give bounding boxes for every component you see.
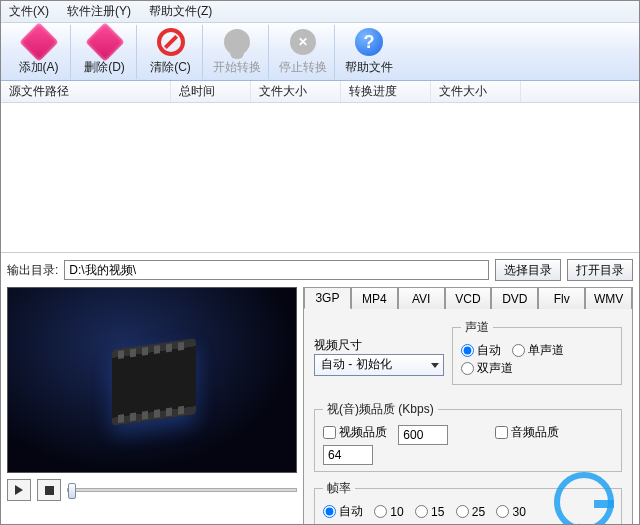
fps-auto[interactable]: 自动 — [323, 503, 363, 520]
col-total-time[interactable]: 总时间 — [171, 81, 251, 102]
delete-button[interactable]: 删除(D) — [73, 25, 137, 79]
tab-3gp[interactable]: 3GP — [304, 287, 351, 309]
add-icon — [19, 22, 59, 62]
start-label: 开始转换 — [213, 59, 261, 76]
channel-legend: 声道 — [461, 319, 493, 336]
video-quality-check[interactable]: 视频品质 — [323, 424, 387, 441]
play-button[interactable] — [7, 479, 31, 501]
output-dir-label: 输出目录: — [7, 262, 58, 279]
help-label: 帮助文件 — [345, 59, 393, 76]
seek-slider[interactable] — [67, 488, 297, 492]
add-button[interactable]: 添加(A) — [7, 25, 71, 79]
clear-button[interactable]: 清除(C) — [139, 25, 203, 79]
add-label: 添加(A) — [19, 59, 59, 76]
format-tabs: 3GP MP4 AVI VCD DVD Flv WMV — [304, 287, 632, 309]
delete-icon — [85, 22, 125, 62]
audio-quality-check[interactable]: 音频品质 — [495, 424, 559, 441]
stop-label: 停止转换 — [279, 59, 327, 76]
video-size-select[interactable]: 自动 - 初始化 — [314, 354, 444, 376]
tab-wmv[interactable]: WMV — [585, 287, 632, 309]
col-progress[interactable]: 转换进度 — [341, 81, 431, 102]
col-source[interactable]: 源文件路径 — [1, 81, 171, 102]
video-quality-input[interactable] — [398, 425, 448, 445]
tab-vcd[interactable]: VCD — [445, 287, 492, 309]
stop-button[interactable] — [37, 479, 61, 501]
watermark-icon — [554, 472, 614, 525]
stop-icon — [45, 486, 54, 495]
choose-dir-button[interactable]: 选择目录 — [495, 259, 561, 281]
clear-icon — [157, 28, 185, 56]
menu-register[interactable]: 软件注册(Y) — [67, 3, 131, 20]
film-icon — [112, 338, 196, 426]
start-convert-button: 开始转换 — [205, 25, 269, 79]
delete-label: 删除(D) — [84, 59, 125, 76]
open-dir-button[interactable]: 打开目录 — [567, 259, 633, 281]
stop-icon: ✕ — [290, 29, 316, 55]
menu-help[interactable]: 帮助文件(Z) — [149, 3, 212, 20]
stop-convert-button: ✕停止转换 — [271, 25, 335, 79]
fps-25[interactable]: 25 — [456, 505, 485, 519]
channel-mono[interactable]: 单声道 — [512, 342, 564, 359]
play-icon — [15, 485, 23, 495]
slider-thumb[interactable] — [68, 483, 76, 499]
file-list-header: 源文件路径 总时间 文件大小 转换进度 文件大小 — [1, 81, 639, 103]
fps-legend: 帧率 — [323, 480, 355, 497]
fps-15[interactable]: 15 — [415, 505, 444, 519]
help-icon: ? — [355, 28, 383, 56]
col-size2[interactable]: 文件大小 — [431, 81, 521, 102]
video-size-value: 自动 - 初始化 — [321, 356, 392, 373]
tab-avi[interactable]: AVI — [398, 287, 445, 309]
tab-dvd[interactable]: DVD — [491, 287, 538, 309]
tab-mp4[interactable]: MP4 — [351, 287, 398, 309]
channel-stereo[interactable]: 双声道 — [461, 360, 513, 377]
channel-auto[interactable]: 自动 — [461, 342, 501, 359]
quality-legend: 视(音)频品质 (Kbps) — [323, 401, 438, 418]
help-button[interactable]: ?帮助文件 — [337, 25, 401, 79]
fps-30[interactable]: 30 — [496, 505, 525, 519]
preview-area — [7, 287, 297, 473]
output-dir-input[interactable] — [64, 260, 489, 280]
col-size1[interactable]: 文件大小 — [251, 81, 341, 102]
tab-flv[interactable]: Flv — [538, 287, 585, 309]
video-size-label: 视频尺寸 — [314, 337, 444, 354]
audio-quality-input[interactable] — [323, 445, 373, 465]
clear-label: 清除(C) — [150, 59, 191, 76]
file-list[interactable] — [1, 103, 639, 253]
fps-10[interactable]: 10 — [374, 505, 403, 519]
menu-file[interactable]: 文件(X) — [9, 3, 49, 20]
start-icon — [224, 29, 250, 55]
